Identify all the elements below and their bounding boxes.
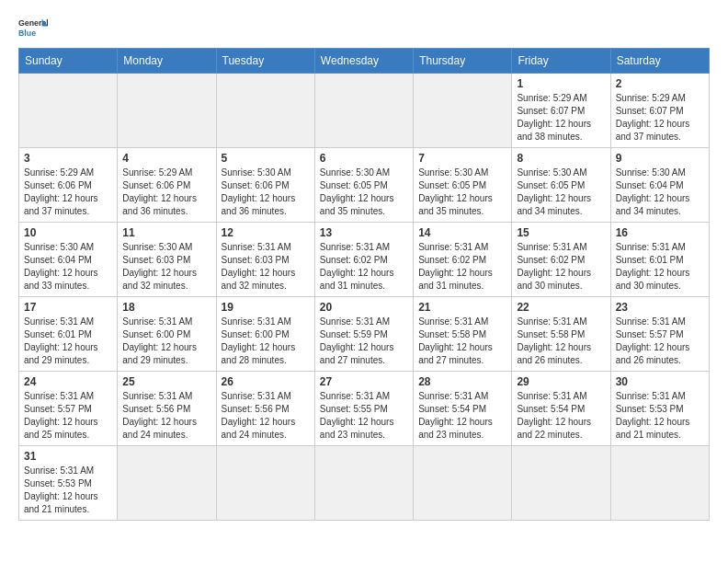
calendar-day-cell: 15Sunrise: 5:31 AMSunset: 6:02 PMDayligh…: [512, 223, 610, 297]
calendar-day-cell: 4Sunrise: 5:29 AMSunset: 6:06 PMDaylight…: [118, 148, 216, 223]
day-number: 14: [418, 226, 506, 239]
calendar-table: SundayMondayTuesdayWednesdayThursdayFrid…: [18, 48, 710, 521]
calendar-day-cell: 21Sunrise: 5:31 AMSunset: 5:58 PMDayligh…: [414, 297, 512, 372]
calendar-day-cell: 26Sunrise: 5:31 AMSunset: 5:56 PMDayligh…: [216, 372, 314, 446]
logo-icon: General Blue: [18, 15, 48, 40]
day-number: 6: [320, 152, 408, 165]
day-number: 20: [320, 301, 408, 314]
day-info: Sunrise: 5:29 AMSunset: 6:07 PMDaylight:…: [616, 92, 704, 144]
day-number: 12: [222, 226, 310, 239]
calendar-day-cell: 23Sunrise: 5:31 AMSunset: 5:57 PMDayligh…: [610, 297, 709, 372]
day-info: Sunrise: 5:31 AMSunset: 6:01 PMDaylight:…: [24, 316, 112, 367]
day-number: 25: [122, 375, 210, 388]
calendar-day-cell: [314, 74, 413, 148]
day-info: Sunrise: 5:31 AMSunset: 5:58 PMDaylight:…: [418, 316, 506, 367]
day-info: Sunrise: 5:31 AMSunset: 5:56 PMDaylight:…: [222, 390, 310, 442]
weekday-header-saturday: Saturday: [610, 49, 709, 74]
calendar-week-row: 24Sunrise: 5:31 AMSunset: 5:57 PMDayligh…: [19, 372, 710, 446]
day-number: 22: [517, 301, 605, 314]
day-number: 13: [320, 226, 408, 239]
calendar-day-cell: [216, 446, 314, 521]
day-info: Sunrise: 5:31 AMSunset: 5:57 PMDaylight:…: [24, 390, 112, 442]
calendar-day-cell: 11Sunrise: 5:30 AMSunset: 6:03 PMDayligh…: [118, 223, 216, 297]
day-info: Sunrise: 5:29 AMSunset: 6:06 PMDaylight:…: [24, 167, 112, 218]
day-info: Sunrise: 5:31 AMSunset: 5:55 PMDaylight:…: [320, 390, 408, 442]
calendar-day-cell: [414, 446, 512, 521]
day-number: 11: [122, 226, 210, 239]
day-info: Sunrise: 5:30 AMSunset: 6:03 PMDaylight:…: [122, 241, 210, 293]
weekday-header-sunday: Sunday: [19, 49, 118, 74]
day-info: Sunrise: 5:31 AMSunset: 6:01 PMDaylight:…: [616, 241, 704, 293]
calendar-day-cell: [118, 74, 216, 148]
day-number: 29: [517, 375, 605, 388]
day-info: Sunrise: 5:31 AMSunset: 6:00 PMDaylight:…: [222, 316, 310, 367]
weekday-header-wednesday: Wednesday: [314, 49, 413, 74]
calendar-week-row: 10Sunrise: 5:30 AMSunset: 6:04 PMDayligh…: [19, 223, 710, 297]
day-number: 19: [222, 301, 310, 314]
day-number: 7: [418, 152, 506, 165]
day-number: 28: [418, 375, 506, 388]
logo: General Blue: [18, 15, 48, 40]
calendar-day-cell: 28Sunrise: 5:31 AMSunset: 5:54 PMDayligh…: [414, 372, 512, 446]
calendar-day-cell: 7Sunrise: 5:30 AMSunset: 6:05 PMDaylight…: [414, 148, 512, 223]
calendar-day-cell: 29Sunrise: 5:31 AMSunset: 5:54 PMDayligh…: [512, 372, 610, 446]
day-number: 5: [222, 152, 310, 165]
day-number: 30: [616, 375, 704, 388]
day-info: Sunrise: 5:31 AMSunset: 6:02 PMDaylight:…: [517, 241, 605, 293]
calendar-day-cell: 18Sunrise: 5:31 AMSunset: 6:00 PMDayligh…: [118, 297, 216, 372]
day-info: Sunrise: 5:30 AMSunset: 6:04 PMDaylight:…: [616, 167, 704, 218]
day-number: 9: [616, 152, 704, 165]
calendar-day-cell: 31Sunrise: 5:31 AMSunset: 5:53 PMDayligh…: [19, 446, 118, 521]
day-info: Sunrise: 5:31 AMSunset: 5:57 PMDaylight:…: [616, 316, 704, 367]
calendar-day-cell: 20Sunrise: 5:31 AMSunset: 5:59 PMDayligh…: [314, 297, 413, 372]
day-info: Sunrise: 5:31 AMSunset: 6:03 PMDaylight:…: [222, 241, 310, 293]
day-number: 26: [222, 375, 310, 388]
weekday-header-tuesday: Tuesday: [216, 49, 314, 74]
calendar-day-cell: 6Sunrise: 5:30 AMSunset: 6:05 PMDaylight…: [314, 148, 413, 223]
calendar-day-cell: 1Sunrise: 5:29 AMSunset: 6:07 PMDaylight…: [512, 74, 610, 148]
calendar-day-cell: 17Sunrise: 5:31 AMSunset: 6:01 PMDayligh…: [19, 297, 118, 372]
day-info: Sunrise: 5:30 AMSunset: 6:05 PMDaylight:…: [418, 167, 506, 218]
calendar-day-cell: 9Sunrise: 5:30 AMSunset: 6:04 PMDaylight…: [610, 148, 709, 223]
weekday-header-row: SundayMondayTuesdayWednesdayThursdayFrid…: [19, 49, 710, 74]
calendar-day-cell: 30Sunrise: 5:31 AMSunset: 5:53 PMDayligh…: [610, 372, 709, 446]
day-info: Sunrise: 5:31 AMSunset: 5:58 PMDaylight:…: [517, 316, 605, 367]
calendar-day-cell: 13Sunrise: 5:31 AMSunset: 6:02 PMDayligh…: [314, 223, 413, 297]
calendar-week-row: 31Sunrise: 5:31 AMSunset: 5:53 PMDayligh…: [19, 446, 710, 521]
calendar-day-cell: 16Sunrise: 5:31 AMSunset: 6:01 PMDayligh…: [610, 223, 709, 297]
day-info: Sunrise: 5:31 AMSunset: 5:54 PMDaylight:…: [418, 390, 506, 442]
calendar-day-cell: [19, 74, 118, 148]
weekday-header-friday: Friday: [512, 49, 610, 74]
day-number: 2: [616, 77, 704, 90]
day-info: Sunrise: 5:31 AMSunset: 6:02 PMDaylight:…: [418, 241, 506, 293]
day-number: 3: [24, 152, 112, 165]
calendar-day-cell: 22Sunrise: 5:31 AMSunset: 5:58 PMDayligh…: [512, 297, 610, 372]
day-info: Sunrise: 5:30 AMSunset: 6:06 PMDaylight:…: [222, 167, 310, 218]
calendar-day-cell: [314, 446, 413, 521]
day-info: Sunrise: 5:31 AMSunset: 5:54 PMDaylight:…: [517, 390, 605, 442]
svg-text:Blue: Blue: [18, 29, 36, 38]
day-info: Sunrise: 5:31 AMSunset: 6:00 PMDaylight:…: [122, 316, 210, 367]
calendar-day-cell: [118, 446, 216, 521]
day-info: Sunrise: 5:31 AMSunset: 5:59 PMDaylight:…: [320, 316, 408, 367]
day-number: 17: [24, 301, 112, 314]
day-number: 16: [616, 226, 704, 239]
calendar-day-cell: [216, 74, 314, 148]
day-info: Sunrise: 5:29 AMSunset: 6:06 PMDaylight:…: [122, 167, 210, 218]
calendar-day-cell: 14Sunrise: 5:31 AMSunset: 6:02 PMDayligh…: [414, 223, 512, 297]
day-info: Sunrise: 5:29 AMSunset: 6:07 PMDaylight:…: [517, 92, 605, 144]
day-number: 27: [320, 375, 408, 388]
day-info: Sunrise: 5:31 AMSunset: 5:53 PMDaylight:…: [24, 465, 112, 516]
day-info: Sunrise: 5:31 AMSunset: 6:02 PMDaylight:…: [320, 241, 408, 293]
calendar-day-cell: [512, 446, 610, 521]
calendar-day-cell: [610, 446, 709, 521]
day-number: 18: [122, 301, 210, 314]
calendar-day-cell: 10Sunrise: 5:30 AMSunset: 6:04 PMDayligh…: [19, 223, 118, 297]
calendar-day-cell: 24Sunrise: 5:31 AMSunset: 5:57 PMDayligh…: [19, 372, 118, 446]
calendar-day-cell: 3Sunrise: 5:29 AMSunset: 6:06 PMDaylight…: [19, 148, 118, 223]
calendar-day-cell: 2Sunrise: 5:29 AMSunset: 6:07 PMDaylight…: [610, 74, 709, 148]
calendar-week-row: 17Sunrise: 5:31 AMSunset: 6:01 PMDayligh…: [19, 297, 710, 372]
day-number: 8: [517, 152, 605, 165]
calendar-day-cell: 5Sunrise: 5:30 AMSunset: 6:06 PMDaylight…: [216, 148, 314, 223]
calendar-day-cell: [414, 74, 512, 148]
